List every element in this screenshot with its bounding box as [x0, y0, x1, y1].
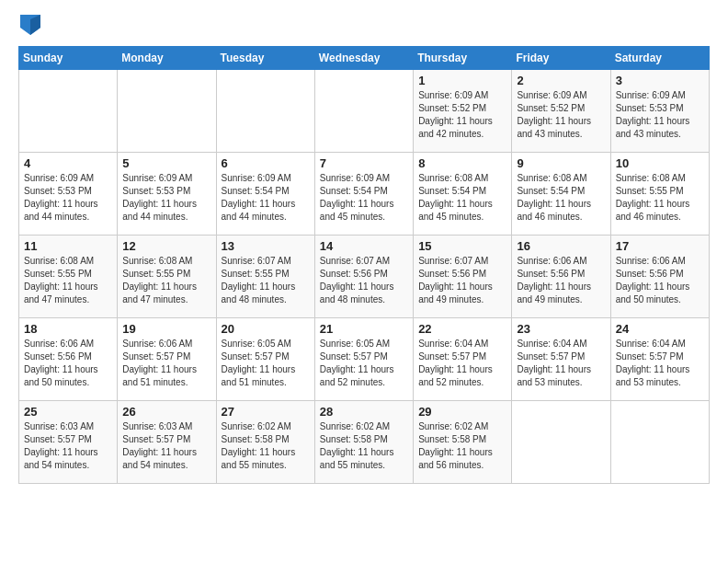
day-number: 20: [222, 322, 310, 336]
day-number: 16: [517, 239, 605, 253]
calendar-cell: [19, 70, 118, 153]
day-info: Sunrise: 6:04 AMSunset: 5:57 PMDaylight:…: [418, 338, 506, 389]
day-info: Sunrise: 6:09 AMSunset: 5:52 PMDaylight:…: [517, 89, 605, 141]
calendar-cell: 16Sunrise: 6:06 AMSunset: 5:56 PMDayligh…: [512, 236, 610, 318]
day-number: 25: [24, 405, 112, 419]
day-info: Sunrise: 6:09 AMSunset: 5:54 PMDaylight:…: [222, 172, 310, 224]
day-number: 22: [418, 322, 506, 336]
calendar-cell: [118, 70, 216, 153]
calendar-cell: 3Sunrise: 6:09 AMSunset: 5:53 PMDaylight…: [610, 70, 709, 153]
logo: [18, 18, 40, 39]
day-number: 26: [122, 405, 210, 419]
day-info: Sunrise: 6:06 AMSunset: 5:56 PMDaylight:…: [24, 338, 112, 389]
calendar-cell: [610, 401, 709, 484]
day-info: Sunrise: 6:09 AMSunset: 5:53 PMDaylight:…: [122, 172, 210, 224]
day-info: Sunrise: 6:05 AMSunset: 5:57 PMDaylight:…: [222, 338, 310, 389]
day-number: 4: [24, 156, 112, 170]
day-info: Sunrise: 6:08 AMSunset: 5:55 PMDaylight:…: [122, 255, 210, 306]
day-info: Sunrise: 6:04 AMSunset: 5:57 PMDaylight:…: [616, 338, 704, 389]
calendar-cell: [216, 70, 314, 153]
calendar-cell: 27Sunrise: 6:02 AMSunset: 5:58 PMDayligh…: [216, 401, 314, 484]
day-number: 6: [222, 156, 310, 170]
day-info: Sunrise: 6:08 AMSunset: 5:55 PMDaylight:…: [24, 255, 112, 306]
day-number: 11: [24, 239, 112, 253]
calendar-cell: 15Sunrise: 6:07 AMSunset: 5:56 PMDayligh…: [414, 236, 512, 318]
header-cell-monday: Monday: [118, 47, 216, 70]
day-number: 5: [122, 156, 210, 170]
day-info: Sunrise: 6:05 AMSunset: 5:57 PMDaylight:…: [320, 338, 408, 389]
day-number: 9: [517, 156, 605, 170]
day-info: Sunrise: 6:09 AMSunset: 5:53 PMDaylight:…: [616, 89, 704, 141]
day-number: 3: [616, 74, 704, 87]
calendar-cell: 18Sunrise: 6:06 AMSunset: 5:56 PMDayligh…: [19, 318, 118, 401]
calendar-cell: 25Sunrise: 6:03 AMSunset: 5:57 PMDayligh…: [19, 401, 118, 484]
day-info: Sunrise: 6:06 AMSunset: 5:56 PMDaylight:…: [616, 255, 704, 306]
calendar-cell: 8Sunrise: 6:08 AMSunset: 5:54 PMDaylight…: [414, 153, 512, 236]
calendar-header: SundayMondayTuesdayWednesdayThursdayFrid…: [19, 47, 710, 70]
day-info: Sunrise: 6:03 AMSunset: 5:57 PMDaylight:…: [122, 420, 210, 472]
day-info: Sunrise: 6:06 AMSunset: 5:57 PMDaylight:…: [122, 338, 210, 389]
day-number: 27: [222, 405, 310, 419]
header: [18, 15, 710, 39]
day-number: 18: [24, 322, 112, 336]
day-number: 13: [222, 239, 310, 253]
day-info: Sunrise: 6:08 AMSunset: 5:54 PMDaylight:…: [517, 172, 605, 224]
day-info: Sunrise: 6:07 AMSunset: 5:55 PMDaylight:…: [222, 255, 310, 306]
day-info: Sunrise: 6:06 AMSunset: 5:56 PMDaylight:…: [517, 255, 605, 306]
day-number: 17: [616, 239, 704, 253]
calendar-cell: 20Sunrise: 6:05 AMSunset: 5:57 PMDayligh…: [216, 318, 314, 401]
day-number: 1: [418, 74, 506, 87]
day-info: Sunrise: 6:08 AMSunset: 5:55 PMDaylight:…: [616, 172, 704, 224]
calendar-cell: 4Sunrise: 6:09 AMSunset: 5:53 PMDaylight…: [19, 153, 118, 236]
day-info: Sunrise: 6:09 AMSunset: 5:52 PMDaylight:…: [418, 89, 506, 141]
calendar-cell: 10Sunrise: 6:08 AMSunset: 5:55 PMDayligh…: [610, 153, 709, 236]
day-number: 7: [320, 156, 408, 170]
day-number: 19: [122, 322, 210, 336]
day-number: 14: [320, 239, 408, 253]
calendar-body: 1Sunrise: 6:09 AMSunset: 5:52 PMDaylight…: [19, 70, 710, 484]
day-number: 8: [418, 156, 506, 170]
logo-icon: [20, 15, 40, 35]
calendar-cell: 2Sunrise: 6:09 AMSunset: 5:52 PMDaylight…: [512, 70, 610, 153]
calendar-cell: 23Sunrise: 6:04 AMSunset: 5:57 PMDayligh…: [512, 318, 610, 401]
calendar-cell: 29Sunrise: 6:02 AMSunset: 5:58 PMDayligh…: [414, 401, 512, 484]
calendar-cell: 19Sunrise: 6:06 AMSunset: 5:57 PMDayligh…: [118, 318, 216, 401]
week-row-2: 4Sunrise: 6:09 AMSunset: 5:53 PMDaylight…: [19, 153, 710, 236]
day-info: Sunrise: 6:08 AMSunset: 5:54 PMDaylight:…: [418, 172, 506, 224]
calendar-cell: 13Sunrise: 6:07 AMSunset: 5:55 PMDayligh…: [216, 236, 314, 318]
day-number: 28: [320, 405, 408, 419]
header-cell-wednesday: Wednesday: [314, 47, 413, 70]
header-cell-thursday: Thursday: [414, 47, 512, 70]
week-row-4: 18Sunrise: 6:06 AMSunset: 5:56 PMDayligh…: [19, 318, 710, 401]
day-info: Sunrise: 6:07 AMSunset: 5:56 PMDaylight:…: [320, 255, 408, 306]
day-info: Sunrise: 6:09 AMSunset: 5:54 PMDaylight:…: [320, 172, 408, 224]
calendar-cell: 26Sunrise: 6:03 AMSunset: 5:57 PMDayligh…: [118, 401, 216, 484]
calendar-cell: 1Sunrise: 6:09 AMSunset: 5:52 PMDaylight…: [414, 70, 512, 153]
week-row-1: 1Sunrise: 6:09 AMSunset: 5:52 PMDaylight…: [19, 70, 710, 153]
calendar-cell: 6Sunrise: 6:09 AMSunset: 5:54 PMDaylight…: [216, 153, 314, 236]
calendar-cell: 9Sunrise: 6:08 AMSunset: 5:54 PMDaylight…: [512, 153, 610, 236]
calendar-cell: 28Sunrise: 6:02 AMSunset: 5:58 PMDayligh…: [314, 401, 413, 484]
header-cell-tuesday: Tuesday: [216, 47, 314, 70]
calendar-cell: 7Sunrise: 6:09 AMSunset: 5:54 PMDaylight…: [314, 153, 413, 236]
week-row-3: 11Sunrise: 6:08 AMSunset: 5:55 PMDayligh…: [19, 236, 710, 318]
day-number: 23: [517, 322, 605, 336]
calendar-cell: 17Sunrise: 6:06 AMSunset: 5:56 PMDayligh…: [610, 236, 709, 318]
calendar-cell: [512, 401, 610, 484]
day-number: 29: [418, 405, 506, 419]
day-number: 15: [418, 239, 506, 253]
day-info: Sunrise: 6:02 AMSunset: 5:58 PMDaylight:…: [418, 420, 506, 472]
day-number: 21: [320, 322, 408, 336]
day-info: Sunrise: 6:07 AMSunset: 5:56 PMDaylight:…: [418, 255, 506, 306]
header-cell-friday: Friday: [512, 47, 610, 70]
day-number: 12: [122, 239, 210, 253]
header-cell-sunday: Sunday: [19, 47, 118, 70]
day-info: Sunrise: 6:09 AMSunset: 5:53 PMDaylight:…: [24, 172, 112, 224]
week-row-5: 25Sunrise: 6:03 AMSunset: 5:57 PMDayligh…: [19, 401, 710, 484]
calendar-cell: 11Sunrise: 6:08 AMSunset: 5:55 PMDayligh…: [19, 236, 118, 318]
day-info: Sunrise: 6:02 AMSunset: 5:58 PMDaylight:…: [222, 420, 310, 472]
calendar-cell: [314, 70, 413, 153]
header-row: SundayMondayTuesdayWednesdayThursdayFrid…: [19, 47, 710, 70]
calendar-cell: 5Sunrise: 6:09 AMSunset: 5:53 PMDaylight…: [118, 153, 216, 236]
day-number: 2: [517, 74, 605, 87]
